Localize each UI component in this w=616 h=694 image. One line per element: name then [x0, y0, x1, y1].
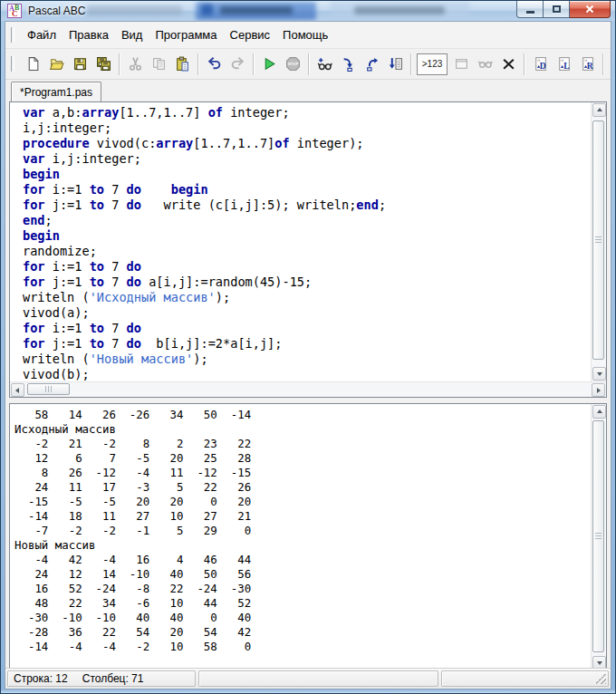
editor-text[interactable]: var a,b:array[1..7,1..7] of integer;i,j:…	[10, 102, 591, 381]
menu-file[interactable]: Файл	[21, 24, 63, 45]
code-line: for i:=1 to 7 do begin	[23, 182, 591, 198]
save-all-button[interactable]	[91, 53, 115, 76]
arrow-up-icon	[597, 407, 602, 413]
menu-program[interactable]: Программа	[149, 24, 223, 45]
editor-horizontal-scrollbar[interactable]	[10, 381, 606, 397]
maximize-button[interactable]	[544, 1, 570, 18]
code-line: randomize;	[23, 244, 591, 259]
code-line: for j:=1 to 7 do b[i,j]:=2*a[i,j];	[23, 336, 591, 352]
close-button[interactable]	[570, 1, 611, 18]
toolbar-separator	[524, 53, 525, 75]
output-line: 16 52 -24 -8 22 -24 -30	[14, 582, 591, 596]
toolbar-separator	[308, 53, 309, 75]
status-column: Столбец: 71	[82, 672, 144, 685]
arrow-down-icon	[597, 661, 602, 668]
add-watch-button[interactable]	[313, 53, 336, 76]
status-panel-2	[198, 670, 438, 687]
scroll-left-button[interactable]	[11, 383, 24, 397]
code-line: for i:=1 to 7 do	[23, 321, 591, 336]
menu-view[interactable]: Вид	[115, 24, 149, 45]
step-out-icon	[364, 56, 380, 72]
code-line: for j:=1 to 7 do write (c[i,j]:5); write…	[23, 198, 591, 213]
output-pane: 58 14 26 -26 34 50 -14Исходный массив -2…	[9, 403, 607, 671]
show-numbers-button[interactable]: >123	[417, 53, 448, 75]
background-tab-favicon	[201, 5, 213, 15]
scroll-up-button[interactable]	[592, 103, 606, 117]
module-d-button[interactable]: ffD	[528, 53, 552, 76]
code-line: var a,b:array[1..7,1..7] of integer;	[23, 105, 591, 120]
background-window-blur	[87, 5, 182, 15]
copy-icon	[151, 56, 167, 72]
output-vscroll-thumb[interactable]	[592, 420, 604, 652]
new-file-button[interactable]	[21, 53, 44, 76]
scroll-up-button[interactable]	[592, 405, 606, 419]
redo-button[interactable]	[226, 53, 249, 76]
module-r-button[interactable]: ffR	[575, 53, 599, 76]
copy-button[interactable]	[147, 53, 170, 76]
code-line: writeln ('Исходный массив');	[23, 290, 591, 305]
svg-text:D: D	[539, 61, 545, 71]
resize-grip[interactable]	[595, 673, 606, 684]
step-out-button[interactable]	[360, 53, 383, 76]
window-frame-right	[611, 21, 615, 693]
menu-help[interactable]: Помощь	[276, 24, 334, 45]
goto-cursor-button[interactable]	[383, 53, 407, 76]
editor-hscroll-thumb[interactable]	[27, 383, 70, 395]
output-line: 58 14 26 -26 34 50 -14	[14, 408, 591, 422]
close-file-button[interactable]	[496, 53, 520, 76]
paste-button[interactable]	[170, 53, 194, 76]
stop-button[interactable]: STOP	[281, 53, 304, 76]
run-button[interactable]	[257, 53, 281, 76]
output-line: Исходный массив	[14, 422, 591, 437]
close-file-icon	[501, 56, 516, 72]
menu-edit[interactable]: Правка	[63, 24, 115, 45]
step-into-icon	[341, 56, 356, 72]
app-icon: ABC	[7, 4, 22, 18]
code-line: for j:=1 to 7 do a[i,j]:=random(45)-15;	[23, 275, 591, 290]
minimize-button[interactable]	[516, 1, 544, 18]
output-line: -7 -2 -2 -1 5 29 0	[14, 524, 591, 538]
menu-service[interactable]: Сервис	[224, 24, 277, 45]
scroll-right-button[interactable]	[592, 383, 605, 397]
module-l-icon: ffL	[556, 56, 572, 72]
module-r-icon: ffR	[580, 56, 595, 72]
save-file-button[interactable]	[68, 53, 91, 76]
pascal-abc-window: ABC Pascal ABC Файл Правка Вид Программа…	[0, 0, 616, 694]
scroll-down-button[interactable]	[592, 367, 606, 381]
code-line: i,j:integer;	[23, 120, 591, 136]
toolbar-separator	[197, 53, 198, 75]
output-vertical-scrollbar[interactable]	[591, 404, 606, 670]
module-l-button[interactable]: ffL	[552, 53, 575, 76]
goto-cursor-icon	[388, 56, 403, 72]
output-line: -4 42 -4 16 4 46 44	[14, 553, 591, 567]
redo-icon	[230, 56, 245, 72]
toolbar-grip	[11, 56, 14, 72]
open-folder-icon	[49, 56, 64, 72]
background-tab-text-2	[354, 6, 445, 14]
windows-button[interactable]	[449, 53, 473, 76]
svg-text:L: L	[563, 61, 569, 71]
toolbar-separator	[119, 53, 120, 75]
step-into-button[interactable]	[336, 53, 360, 76]
open-file-button[interactable]	[44, 53, 68, 76]
code-line: begin	[23, 228, 591, 244]
svg-text:R: R	[586, 61, 592, 71]
undo-icon	[207, 56, 222, 72]
cut-button[interactable]	[123, 53, 147, 76]
undo-button[interactable]	[202, 53, 226, 76]
minimize-icon	[526, 11, 534, 14]
editor-vscroll-thumb[interactable]	[592, 120, 604, 360]
svg-text:STOP: STOP	[287, 62, 298, 66]
module-d-icon: ffD	[533, 56, 548, 72]
status-bar: Строка: 12 Столбец: 71	[5, 668, 611, 689]
save-icon	[72, 56, 88, 72]
watch-button[interactable]	[473, 53, 496, 76]
arrow-right-icon	[597, 388, 603, 393]
tab-bar: *Program1.pas	[5, 80, 611, 101]
title-bar: ABC Pascal ABC	[1, 1, 615, 22]
editor-vertical-scrollbar[interactable]	[591, 102, 606, 381]
output-line: 24 12 14 -10 40 50 56	[14, 567, 591, 582]
toolbar: STOP >123	[5, 49, 611, 80]
output-line: -15 -5 -5 20 20 0 20	[14, 495, 591, 509]
tab-program1[interactable]: *Program1.pas	[11, 82, 101, 101]
